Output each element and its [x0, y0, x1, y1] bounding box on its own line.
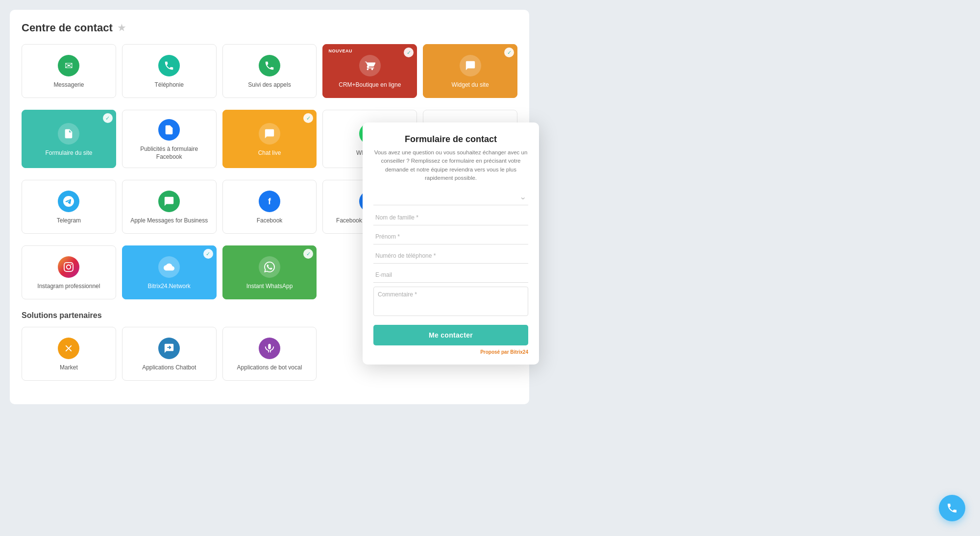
card-widget-site[interactable]: ✓ Widget du site [423, 44, 517, 98]
bitrix-icon [158, 256, 180, 278]
card-suivi-appels[interactable]: Suivi des appels [222, 44, 317, 98]
float-call-button[interactable] [939, 495, 965, 521]
card-pub-facebook[interactable]: Publicités à formulaire Facebook [122, 110, 217, 168]
facebook-icon: f [259, 191, 280, 212]
telegram-icon [58, 191, 79, 212]
card-apple-msgs[interactable]: Apple Messages for Business [122, 180, 217, 234]
market-label: Market [60, 364, 78, 372]
instant-whatsapp-icon [259, 256, 280, 278]
nouveau-badge: NOUVEAU [326, 48, 355, 54]
telephonie-label: Téléphonie [155, 81, 184, 89]
card-apps-voicebot[interactable]: Applications de bot vocal [222, 327, 317, 381]
formulaire-site-label: Formulaire du site [45, 149, 92, 157]
main-panel: Centre de contact ★ ✉ Messagerie Télépho… [10, 10, 529, 404]
card-messagerie[interactable]: ✉ Messagerie [22, 44, 116, 98]
apple-msgs-label: Apple Messages for Business [130, 217, 208, 225]
messagerie-icon: ✉ [58, 55, 79, 76]
voicebot-icon [259, 338, 280, 359]
crm-boutique-label: CRM+Boutique en ligne [339, 81, 401, 89]
crm-icon [359, 55, 381, 76]
market-icon [58, 338, 79, 359]
pub-facebook-icon [158, 119, 180, 141]
email-input[interactable] [373, 268, 528, 283]
title-text: Centre de contact [22, 22, 113, 34]
widget-check-badge: ✓ [504, 48, 514, 57]
formulaire-check-badge: ✓ [103, 113, 113, 123]
facebook-label: Facebook [257, 217, 283, 225]
instagram-pro-label: Instagram professionnel [37, 283, 100, 291]
star-icon[interactable]: ★ [118, 23, 125, 33]
telephonie-icon [158, 55, 180, 76]
messagerie-label: Messagerie [53, 81, 84, 89]
bitrix-check-badge: ✓ [203, 249, 213, 259]
widget-icon [460, 55, 481, 76]
phone-input[interactable] [373, 248, 528, 264]
powered-by: Proposé par Bitrix24 [373, 349, 528, 355]
suivi-appels-icon [259, 55, 280, 76]
salutation-select[interactable]: M. Mme [373, 190, 528, 205]
chat-live-icon [259, 123, 280, 145]
card-apps-chatbot[interactable]: Applications Chatbot [122, 327, 217, 381]
card-market[interactable]: Market [22, 327, 116, 381]
card-telegram[interactable]: Telegram [22, 180, 116, 234]
chat-live-label: Chat live [258, 149, 281, 157]
card-telephonie[interactable]: Téléphonie [122, 44, 217, 98]
card-chat-live[interactable]: ✓ Chat live [222, 110, 317, 168]
chat-live-check-badge: ✓ [303, 113, 313, 123]
card-instagram-pro[interactable]: Instagram professionnel [22, 245, 116, 299]
comment-textarea[interactable] [373, 287, 528, 316]
instant-whatsapp-label: Instant WhatsApp [246, 283, 293, 291]
salutation-wrap: M. Mme Salutation * [373, 190, 528, 209]
card-crm-boutique[interactable]: NOUVEAU ✓ CRM+Boutique en ligne [322, 44, 417, 98]
submit-button[interactable]: Me contacter [373, 325, 528, 345]
widget-label: Widget du site [452, 81, 489, 89]
card-facebook[interactable]: f Facebook [222, 180, 317, 234]
telegram-label: Telegram [57, 217, 81, 225]
card-formulaire-site[interactable]: ✓ Formulaire du site [22, 110, 116, 168]
card-bitrix-network[interactable]: ✓ Bitrix24.Network [122, 245, 217, 299]
powered-prefix: Proposé par [480, 349, 509, 355]
chatbot-icon [158, 338, 180, 359]
instant-whatsapp-check-badge: ✓ [303, 249, 313, 259]
card-grid-row1: ✉ Messagerie Téléphonie Suivi des appels… [22, 44, 517, 98]
page-title: Centre de contact ★ [22, 22, 517, 34]
pub-facebook-label: Publicités à formulaire Facebook [127, 146, 211, 161]
crm-check-badge: ✓ [404, 48, 414, 57]
form-subtitle: Vous avez une question ou vous souhaitez… [373, 148, 528, 182]
formulaire-icon [58, 123, 79, 145]
bitrix-label: Bitrix24.Network [148, 283, 191, 291]
voicebot-label: Applications de bot vocal [237, 364, 302, 372]
instagram-pro-icon [58, 256, 79, 278]
chatbot-label: Applications Chatbot [142, 364, 196, 372]
powered-brand: Bitrix24 [510, 349, 528, 355]
card-instant-whatsapp[interactable]: ✓ Instant WhatsApp [222, 245, 317, 299]
prenom-input[interactable] [373, 229, 528, 244]
nom-input[interactable] [373, 210, 528, 225]
form-title: Formulaire de contact [373, 134, 528, 145]
suivi-appels-label: Suivi des appels [248, 81, 291, 89]
apple-msgs-icon [158, 191, 180, 212]
contact-form-panel: Formulaire de contact Vous avez une ques… [363, 122, 539, 365]
